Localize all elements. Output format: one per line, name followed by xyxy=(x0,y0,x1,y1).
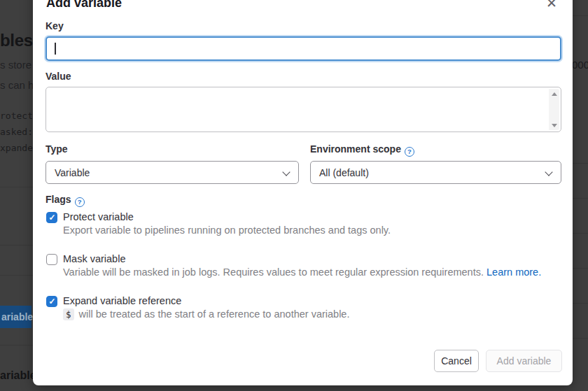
protect-variable-description: Export variable to pipelines running on … xyxy=(63,225,391,236)
textarea-scrollbar[interactable] xyxy=(549,89,559,130)
backdrop-divider xyxy=(573,163,588,164)
chevron-down-icon xyxy=(545,168,552,176)
cancel-button[interactable]: Cancel xyxy=(434,350,479,372)
expand-variable-description-text: will be treated as the start of a refere… xyxy=(79,308,350,320)
backdrop-number-fragment: 000 xyxy=(572,59,588,71)
backdrop-divider xyxy=(573,15,588,16)
learn-more-link[interactable]: Learn more. xyxy=(486,266,541,278)
mask-variable-checkbox[interactable] xyxy=(46,254,57,265)
value-textarea[interactable] xyxy=(46,87,561,132)
dollar-code-badge: $ xyxy=(63,308,74,320)
backdrop-divider xyxy=(573,233,588,234)
backdrop-divider xyxy=(0,187,33,187)
chevron-down-icon xyxy=(282,168,290,176)
backdrop-add-variable-button-fragment: ariable xyxy=(0,306,31,328)
scroll-up-icon[interactable] xyxy=(549,89,559,99)
expand-variable-checkbox[interactable] xyxy=(46,296,57,307)
type-select-value: Variable xyxy=(55,167,90,178)
backdrop-page-title-fragment: bles xyxy=(0,31,33,50)
type-select[interactable]: Variable xyxy=(46,161,299,184)
key-label: Key xyxy=(46,20,64,32)
add-variable-modal: Add variable ✕ Key Value Type Variable E… xyxy=(33,0,573,385)
mask-variable-description: Variable will be masked in job logs. Req… xyxy=(63,266,541,278)
flags-label: Flags? xyxy=(46,193,85,207)
protect-variable-label[interactable]: Protect variable xyxy=(63,211,134,222)
mask-variable-label[interactable]: Mask variable xyxy=(63,253,125,264)
add-variable-button[interactable]: Add variable xyxy=(486,350,562,372)
backdrop-text-fragment: s store xyxy=(0,59,31,71)
backdrop-divider xyxy=(573,303,588,304)
value-label: Value xyxy=(46,70,71,83)
close-icon[interactable]: ✕ xyxy=(542,0,561,13)
flags-label-text: Flags xyxy=(46,194,71,205)
environment-scope-label-text: Environment scope xyxy=(310,143,401,155)
help-icon[interactable]: ? xyxy=(75,197,85,207)
expand-variable-label[interactable]: Expand variable reference xyxy=(63,295,181,306)
text-caret xyxy=(55,43,56,55)
backdrop-divider xyxy=(573,268,588,269)
mask-variable-description-text: Variable will be masked in job logs. Req… xyxy=(63,266,484,278)
modal-title: Add variable xyxy=(46,0,122,10)
backdrop-mono-fragment: asked: xyxy=(0,127,33,137)
protect-variable-checkbox[interactable] xyxy=(46,212,57,223)
expand-variable-description: $ will be treated as the start of a refe… xyxy=(63,308,349,320)
environment-scope-label: Environment scope? xyxy=(310,143,414,157)
backdrop-divider xyxy=(0,275,33,276)
help-icon[interactable]: ? xyxy=(405,147,414,157)
environment-scope-select[interactable]: All (default) xyxy=(310,161,561,184)
backdrop-divider xyxy=(0,345,33,346)
scroll-down-icon[interactable] xyxy=(549,120,559,130)
environment-scope-select-value: All (default) xyxy=(319,167,369,178)
backdrop-divider xyxy=(573,338,588,339)
backdrop-divider xyxy=(573,198,588,199)
type-label: Type xyxy=(46,143,68,155)
backdrop-divider xyxy=(0,245,33,246)
key-input[interactable] xyxy=(46,36,561,61)
